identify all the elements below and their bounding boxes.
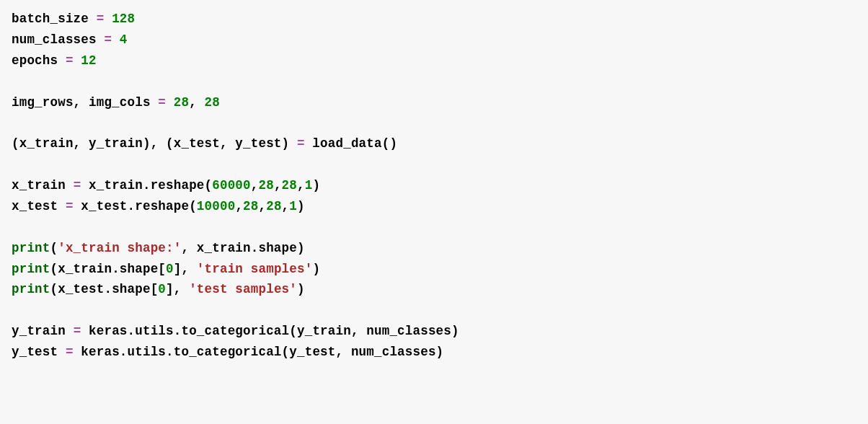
code-block: batch_size = 128 num_classes = 4 epochs … — [12, 9, 856, 363]
code-line: print('x_train shape:', x_train.shape) — [12, 241, 305, 255]
code-line: y_test = keras.utils.to_categorical(y_te… — [12, 345, 443, 359]
code-line: print(x_test.shape[0], 'test samples') — [12, 282, 305, 296]
code-line: x_test = x_test.reshape(10000,28,28,1) — [12, 199, 305, 213]
code-line: (x_train, y_train), (x_test, y_test) = l… — [12, 136, 397, 151]
code-line: batch_size = 128 — [12, 12, 135, 26]
code-line: y_train = keras.utils.to_categorical(y_t… — [12, 324, 459, 338]
code-line: img_rows, img_cols = 28, 28 — [12, 95, 220, 110]
code-line: num_classes = 4 — [12, 32, 128, 47]
code-line: epochs = 12 — [12, 53, 97, 68]
code-line: x_train = x_train.reshape(60000,28,28,1) — [12, 178, 320, 193]
code-line: print(x_train.shape[0], 'train samples') — [12, 262, 320, 276]
